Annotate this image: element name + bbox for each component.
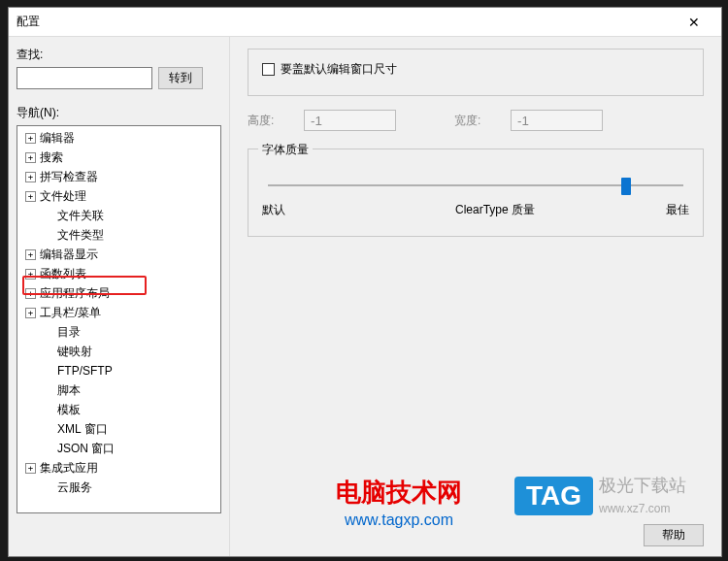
- nav-label: 导航(N):: [17, 105, 221, 121]
- expand-icon[interactable]: +: [25, 172, 36, 182]
- tree-item-label: 云服务: [57, 478, 92, 496]
- tree-item[interactable]: +文件处理: [17, 186, 220, 206]
- tree-item-label: 函数列表: [40, 265, 86, 282]
- tree-item-label: XML 窗口: [57, 420, 108, 438]
- checkbox-icon: [262, 63, 275, 76]
- config-dialog: 配置 ✕ 查找: 转到 导航(N): +编辑器+搜索+拼写检查器+文件处理文件关…: [8, 7, 722, 557]
- width-input[interactable]: [511, 110, 603, 131]
- find-input[interactable]: [17, 67, 152, 89]
- expand-icon[interactable]: +: [25, 133, 36, 144]
- font-quality-title: 字体质量: [258, 142, 313, 158]
- tree-item-label: 模板: [57, 401, 81, 418]
- tree-item-label: 编辑器: [40, 129, 75, 147]
- height-input[interactable]: [304, 110, 396, 131]
- tree-item[interactable]: 键映射: [17, 342, 220, 361]
- find-row: 转到: [17, 67, 221, 89]
- expand-icon[interactable]: +: [25, 463, 36, 474]
- font-quality-slider[interactable]: [268, 184, 683, 186]
- right-panel: 要盖默认编辑窗口尺寸 高度: 宽度: 字体质量 默认 ClearType 质量: [230, 37, 721, 556]
- expand-icon[interactable]: +: [25, 249, 36, 260]
- expand-icon[interactable]: +: [25, 288, 36, 299]
- tree-item-label: 脚本: [57, 381, 81, 399]
- help-button[interactable]: 帮助: [644, 524, 704, 546]
- tree-item[interactable]: +编辑器显示: [17, 245, 220, 264]
- tree-item[interactable]: +搜索: [17, 148, 220, 167]
- tree-item[interactable]: 文件类型: [17, 225, 220, 245]
- tree-item-label: 文件处理: [40, 187, 86, 205]
- dimensions-row: 高度: 宽度:: [248, 110, 704, 131]
- tree-item-label: 文件类型: [57, 226, 104, 244]
- tree-item[interactable]: 目录: [17, 322, 220, 342]
- tree-item[interactable]: XML 窗口: [17, 419, 220, 439]
- tree-item-label: 键映射: [57, 343, 92, 360]
- titlebar: 配置 ✕: [9, 8, 721, 37]
- tree-item-label: 目录: [57, 323, 81, 341]
- slider-label-cleartype: ClearType 质量: [285, 202, 666, 218]
- tree-item-label: 应用程序布局: [40, 284, 110, 302]
- expand-icon[interactable]: +: [25, 191, 36, 202]
- tree-item-label: 工具栏/菜单: [40, 304, 101, 321]
- window-title: 配置: [17, 14, 675, 30]
- close-button[interactable]: ✕: [675, 9, 713, 36]
- tree-item[interactable]: +拼写检查器: [17, 167, 220, 186]
- font-quality-group: 字体质量 默认 ClearType 质量 最佳: [248, 148, 704, 237]
- tree-item[interactable]: +集成式应用: [17, 458, 220, 478]
- override-checkbox-label: 要盖默认编辑窗口尺寸: [281, 61, 397, 78]
- tree-item[interactable]: +工具栏/菜单: [17, 303, 220, 322]
- slider-thumb-icon: [621, 178, 631, 195]
- tree-item-label: 编辑器显示: [40, 246, 98, 263]
- dialog-content: 查找: 转到 导航(N): +编辑器+搜索+拼写检查器+文件处理文件关联文件类型…: [9, 37, 721, 556]
- slider-label-best: 最佳: [666, 202, 689, 218]
- tree-item[interactable]: 文件关联: [17, 206, 220, 225]
- expand-icon[interactable]: +: [25, 152, 36, 163]
- tree-item-label: 搜索: [40, 148, 63, 166]
- tree-item-label: FTP/SFTP: [57, 362, 113, 380]
- nav-tree[interactable]: +编辑器+搜索+拼写检查器+文件处理文件关联文件类型+编辑器显示+函数列表+应用…: [17, 125, 221, 513]
- width-label: 宽度:: [454, 113, 501, 129]
- tree-item-label: 文件关联: [57, 207, 104, 224]
- tree-item-label: 拼写检查器: [40, 168, 98, 185]
- goto-button[interactable]: 转到: [158, 67, 203, 89]
- tree-item[interactable]: 脚本: [17, 380, 220, 400]
- override-group: 要盖默认编辑窗口尺寸: [248, 49, 704, 96]
- slider-labels: 默认 ClearType 质量 最佳: [262, 202, 689, 218]
- tree-item-label: 集成式应用: [40, 459, 98, 477]
- expand-icon[interactable]: +: [25, 269, 36, 280]
- close-icon: ✕: [688, 15, 700, 30]
- tree-item-label: JSON 窗口: [57, 440, 115, 457]
- left-panel: 查找: 转到 导航(N): +编辑器+搜索+拼写检查器+文件处理文件关联文件类型…: [9, 37, 230, 556]
- override-checkbox-row[interactable]: 要盖默认编辑窗口尺寸: [262, 61, 689, 78]
- tree-item[interactable]: FTP/SFTP: [17, 361, 220, 380]
- expand-icon[interactable]: +: [25, 308, 36, 318]
- find-label: 查找:: [17, 47, 221, 63]
- tree-item[interactable]: JSON 窗口: [17, 439, 220, 458]
- height-label: 高度:: [248, 113, 294, 129]
- tree-item[interactable]: +应用程序布局: [17, 283, 220, 303]
- slider-label-default: 默认: [262, 202, 285, 218]
- tree-item[interactable]: +编辑器: [17, 128, 220, 148]
- tree-item[interactable]: 云服务: [17, 478, 220, 497]
- tree-item[interactable]: +函数列表: [17, 264, 220, 283]
- tree-item[interactable]: 模板: [17, 400, 220, 419]
